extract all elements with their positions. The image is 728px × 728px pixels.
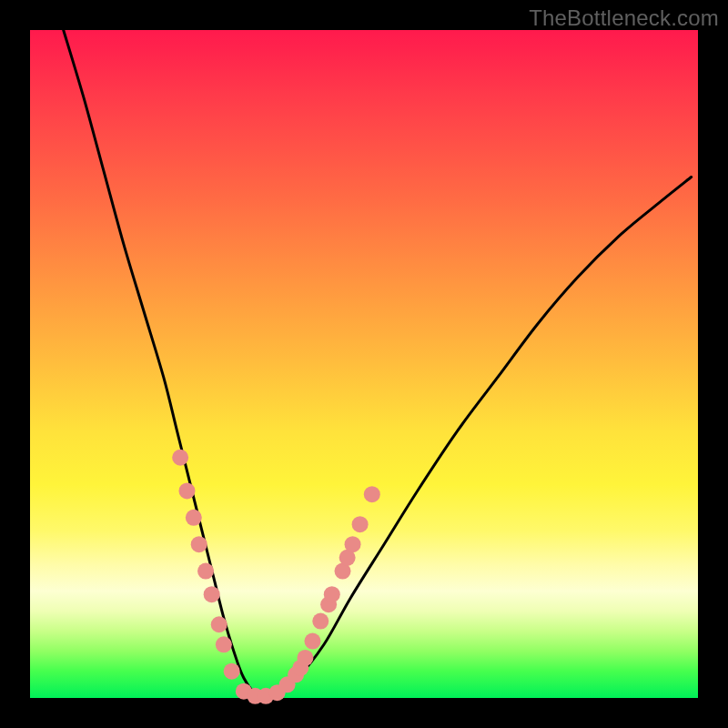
chart-frame: TheBottleneck.com [0, 0, 728, 728]
data-point-dot [312, 613, 329, 630]
bottleneck-curve [64, 30, 692, 697]
data-point-dot [345, 536, 361, 552]
chart-svg [0, 0, 728, 728]
data-point-dot [197, 563, 214, 580]
data-point-dot [211, 616, 228, 632]
data-point-dot [216, 636, 232, 652]
data-point-dot [324, 586, 340, 602]
data-point-dot [304, 633, 320, 650]
data-point-dot [364, 486, 380, 502]
watermark-text: TheBottleneck.com [529, 5, 719, 31]
data-point-dot [191, 536, 207, 552]
data-point-dot [186, 510, 202, 526]
data-point-dot [204, 586, 220, 602]
highlighted-points [172, 450, 380, 704]
bottleneck-curve-path [64, 30, 692, 697]
data-point-dot [352, 516, 369, 532]
data-point-dot [297, 650, 313, 666]
data-point-dot [178, 482, 195, 499]
data-point-dot [224, 663, 240, 680]
data-point-dot [172, 450, 188, 466]
